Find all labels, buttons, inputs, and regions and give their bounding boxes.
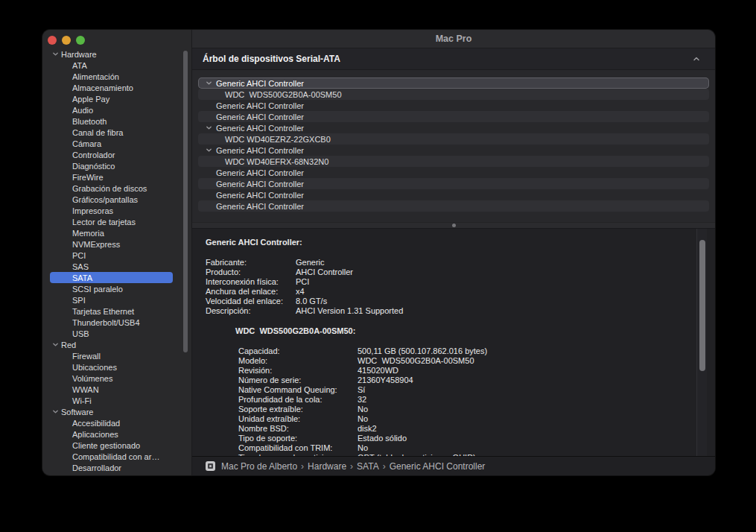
- sidebar-item-gr-ficos-pantallas[interactable]: Gráficos/pantallas: [42, 194, 191, 205]
- detail-row-label: Velocidad del enlace:: [206, 297, 296, 306]
- chevron-down-icon[interactable]: [206, 147, 216, 153]
- sidebar-item-wwan[interactable]: WWAN: [42, 384, 191, 395]
- chevron-down-icon[interactable]: [206, 80, 216, 86]
- detail-row: Descripción:AHCI Version 1.31 Supported: [206, 306, 685, 316]
- sidebar-item-memoria[interactable]: Memoria: [42, 227, 191, 238]
- tree-row-label: Generic AHCI Controller: [216, 146, 304, 155]
- breadcrumb-item-generic-ahci-controller[interactable]: Generic AHCI Controller: [390, 461, 486, 472]
- tree-row-label: Generic AHCI Controller: [216, 101, 304, 110]
- detail-scrollbar-thumb[interactable]: [699, 240, 705, 371]
- sidebar-item-apple-pay[interactable]: Apple Pay: [42, 93, 191, 104]
- sidebar-item-pci[interactable]: PCI: [42, 250, 191, 261]
- detail-row: Producto:AHCI Controller: [206, 267, 685, 277]
- chevron-up-icon[interactable]: [693, 55, 705, 63]
- tree-row[interactable]: WDC WD40EFRX-68N32N0: [198, 156, 709, 167]
- detail-row-value: x4: [296, 287, 305, 296]
- tree-row[interactable]: Generic AHCI Controller: [198, 189, 709, 200]
- breadcrumb-item-mac-pro-de-alberto[interactable]: Mac Pro de Alberto: [221, 461, 297, 472]
- tree-row[interactable]: Generic AHCI Controller: [198, 100, 709, 111]
- tree-section-header[interactable]: Árbol de dispositivos Serial-ATA: [192, 48, 715, 70]
- tree-section-title: Árbol de dispositivos Serial-ATA: [203, 54, 340, 64]
- sidebar-item-extensiones[interactable]: Extensiones: [42, 473, 191, 475]
- detail-row-label: Descripción:: [206, 306, 296, 316]
- sidebar-item-thunderbolt-usb4[interactable]: Thunderbolt/USB4: [42, 317, 191, 328]
- minimize-button[interactable]: [62, 36, 71, 45]
- sidebar-item-canal-de-fibra[interactable]: Canal de fibra: [42, 127, 191, 138]
- sidebar-item-compatibilidad-con-ar[interactable]: Compatibilidad con ar…: [42, 451, 191, 462]
- titlebar[interactable]: Mac Pro: [192, 30, 715, 48]
- tree-row-label: Generic AHCI Controller: [216, 180, 304, 189]
- panel-splitter[interactable]: [192, 222, 715, 229]
- sidebar-section-red[interactable]: Red: [42, 339, 191, 350]
- sidebar-item-vol-menes[interactable]: Volúmenes: [42, 373, 191, 384]
- detail-row-value: WDC WDS500G2B0A-00SM50: [358, 356, 474, 365]
- tree-row[interactable]: Generic AHCI Controller: [198, 200, 709, 212]
- tree-row[interactable]: Generic AHCI Controller: [198, 111, 709, 122]
- device-tree: Generic AHCI ControllerWDC WDS500G2B0A-0…: [192, 70, 715, 222]
- sidebar-item-nvmexpress[interactable]: NVMExpress: [42, 238, 191, 250]
- sidebar: HardwareATAAlimentaciónAlmacenamientoApp…: [42, 30, 192, 475]
- chevron-down-icon: [206, 124, 212, 131]
- sidebar-item-ata[interactable]: ATA: [42, 60, 191, 71]
- detail-row-label: Modelo:: [238, 356, 358, 366]
- sidebar-item-audio[interactable]: Audio: [42, 104, 191, 115]
- sidebar-category-list: HardwareATAAlimentaciónAlmacenamientoApp…: [42, 30, 191, 475]
- detail-scrollbar[interactable]: [696, 229, 707, 456]
- sidebar-item-sas[interactable]: SAS: [42, 261, 191, 272]
- tree-row[interactable]: Generic AHCI Controller: [198, 145, 709, 156]
- detail-row: Modelo:WDC WDS500G2B0A-00SM50: [238, 356, 685, 366]
- sidebar-item-aplicaciones[interactable]: Aplicaciones: [42, 428, 191, 440]
- sidebar-item-spi[interactable]: SPI: [42, 294, 191, 305]
- sidebar-item-usb[interactable]: USB: [42, 328, 191, 339]
- tree-row[interactable]: Generic AHCI Controller: [198, 77, 709, 89]
- sidebar-scrollbar[interactable]: [183, 51, 188, 352]
- sidebar-item-almacenamiento[interactable]: Almacenamiento: [42, 82, 191, 93]
- sidebar-item-firewall[interactable]: Firewall: [42, 350, 191, 361]
- sidebar-section-software[interactable]: Software: [42, 406, 191, 417]
- breadcrumb[interactable]: Mac Pro de Alberto›Hardware›SATA›Generic…: [221, 461, 485, 472]
- detail-section-title: Generic AHCI Controller:: [206, 238, 685, 247]
- splitter-handle-icon: [452, 224, 456, 227]
- sidebar-item-bluetooth[interactable]: Bluetooth: [42, 115, 191, 127]
- sidebar-item-c-mara[interactable]: Cámara: [42, 138, 191, 149]
- sidebar-item-tarjetas-ethernet[interactable]: Tarjetas Ethernet: [42, 305, 191, 317]
- window-title: Mac Pro: [436, 34, 472, 44]
- sidebar-item-accesibilidad[interactable]: Accesibilidad: [42, 417, 191, 428]
- sidebar-item-ubicaciones[interactable]: Ubicaciones: [42, 361, 191, 373]
- detail-row-value: 500,11 GB (500.107.862.016 bytes): [358, 346, 487, 355]
- status-bar: Mac Pro de Alberto›Hardware›SATA›Generic…: [192, 456, 715, 475]
- sidebar-item-grabaci-n-de-discos[interactable]: Grabación de discos: [42, 183, 191, 194]
- sidebar-item-firewire[interactable]: FireWire: [42, 171, 191, 183]
- sidebar-section-hardware[interactable]: Hardware: [42, 48, 191, 60]
- breadcrumb-separator: ›: [383, 461, 386, 472]
- sidebar-item-controlador[interactable]: Controlador: [42, 149, 191, 160]
- zoom-button[interactable]: [76, 36, 85, 45]
- sidebar-item-sata[interactable]: SATA: [50, 272, 173, 283]
- tree-row[interactable]: Generic AHCI Controller: [198, 167, 709, 178]
- sidebar-item-scsi-paralelo[interactable]: SCSI paralelo: [42, 283, 191, 294]
- sidebar-item-wi-fi[interactable]: Wi-Fi: [42, 395, 191, 406]
- tree-row[interactable]: WDC WDS500G2B0A-00SM50: [198, 89, 709, 100]
- detail-row: Soporte extraíble:No: [238, 405, 685, 414]
- detail-row-label: Interconexión física:: [206, 277, 296, 287]
- detail-row: Anchura del enlace:x4: [206, 287, 685, 297]
- sidebar-item-desarrollador[interactable]: Desarrollador: [42, 462, 191, 473]
- tree-row-label: WDC WDS500G2B0A-00SM50: [225, 90, 342, 99]
- chevron-down-icon[interactable]: [206, 124, 216, 131]
- breadcrumb-item-hardware[interactable]: Hardware: [308, 461, 346, 472]
- detail-row-label: Soporte extraíble:: [238, 405, 358, 414]
- sidebar-item-diagn-stico[interactable]: Diagnóstico: [42, 160, 191, 171]
- sidebar-item-alimentaci-n[interactable]: Alimentación: [42, 71, 191, 82]
- detail-row-value: AHCI Controller: [296, 267, 353, 276]
- detail-row-label: Número de serie:: [238, 376, 358, 385]
- sidebar-item-impresoras[interactable]: Impresoras: [42, 205, 191, 216]
- close-button[interactable]: [48, 36, 57, 45]
- tree-row[interactable]: Generic AHCI Controller: [198, 122, 709, 133]
- sidebar-item-cliente-gestionado[interactable]: Cliente gestionado: [42, 440, 191, 451]
- sidebar-item-lector-de-tarjetas[interactable]: Lector de tarjetas: [42, 216, 191, 227]
- breadcrumb-item-sata[interactable]: SATA: [357, 461, 379, 472]
- detail-row-value: Sí: [358, 385, 365, 394]
- tree-row[interactable]: Generic AHCI Controller: [198, 178, 709, 189]
- tree-row[interactable]: WDC WD40EZRZ-22GXCB0: [198, 133, 709, 145]
- system-information-window: HardwareATAAlimentaciónAlmacenamientoApp…: [42, 30, 715, 475]
